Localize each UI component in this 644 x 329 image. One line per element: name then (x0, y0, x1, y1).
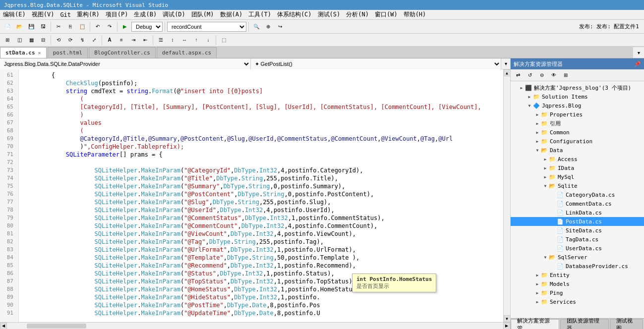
tree-categorydata[interactable]: ▶ 📄 CategoryData.cs (511, 190, 644, 199)
tab-posthtml[interactable]: post.html (48, 47, 88, 58)
step-btn[interactable]: ↪ (275, 21, 286, 32)
tree-config[interactable]: ▶ 📁 Configuration (511, 137, 644, 146)
function-dropdown[interactable]: recordCount (167, 22, 246, 32)
tree-solution-items[interactable]: ▶ 📁 Solution Items (511, 92, 644, 101)
menu-item-data[interactable]: 数据(A) (217, 10, 246, 19)
idata-arrow[interactable]: ▶ (542, 165, 548, 171)
tree-properties[interactable]: ▶ 📁 Properties (511, 110, 644, 119)
copy-btn[interactable]: ⎘ (65, 21, 76, 32)
config-arrow[interactable]: ▶ (534, 138, 540, 144)
tree-common[interactable]: ▶ 📁 Common (511, 128, 644, 137)
tb2-btn5[interactable]: ⟲ (53, 35, 64, 46)
tb2-btn2[interactable]: ◫ (14, 35, 25, 46)
open-btn[interactable]: 📂 (14, 21, 25, 32)
data-arrow[interactable]: ▼ (534, 147, 540, 153)
entity-arrow[interactable]: ▶ (534, 272, 540, 278)
bottom-tab-solution[interactable]: 解决方案资源管 (511, 319, 559, 329)
tb2-btn13[interactable]: ☰ (155, 35, 166, 46)
tree-dbprovider[interactable]: ▶ 📄 DatabaseProvider.cs (511, 262, 644, 271)
tree-userdata[interactable]: ▶ 📄 UserData.cs (511, 244, 644, 253)
tree-models[interactable]: ▶ 📁 Models (511, 279, 644, 288)
method-selector[interactable]: ✦ GetPostList() (251, 58, 502, 69)
menu-item-refactor[interactable]: 重构(R) (74, 10, 103, 19)
menu-item-help[interactable]: 帮助(H) (401, 10, 429, 19)
attach-btn[interactable]: ⊕ (263, 21, 274, 32)
access-arrow[interactable]: ▶ (542, 156, 548, 162)
sqlserver-arrow[interactable]: ▼ (542, 254, 548, 260)
scroll-up-arrow[interactable]: ▲ (504, 69, 511, 76)
se-show-all-btn[interactable]: 👁 (548, 70, 559, 81)
tb2-btn4[interactable]: ⊟ (38, 35, 49, 46)
se-pin-btn[interactable]: 📌 (634, 61, 641, 67)
tb2-btn3[interactable]: ▦ (26, 35, 37, 46)
services-arrow[interactable]: ▶ (534, 299, 540, 305)
redo-btn[interactable]: ↷ (104, 21, 115, 32)
tree-services[interactable]: ▶ 📁 Services (511, 297, 644, 306)
menu-item-arch[interactable]: 体系结构(C) (274, 10, 315, 19)
debug-mode-dropdown[interactable]: Debug (131, 22, 163, 32)
tb2-btn15[interactable]: ↔ (179, 35, 190, 46)
models-arrow[interactable]: ▶ (534, 281, 540, 287)
menu-item-edit[interactable]: 编辑(E) (0, 10, 29, 19)
ref-arrow[interactable]: ▶ (534, 120, 540, 126)
tab-dropdown-btn[interactable]: ▾ (633, 47, 644, 58)
bottom-tab-team[interactable]: 团队资源管理器 (560, 319, 609, 329)
properties-arrow[interactable]: ▶ (534, 111, 540, 117)
se-sync-btn[interactable]: ⇄ (513, 70, 524, 81)
menu-item-view[interactable]: 视图(V) (29, 10, 58, 19)
tb2-btn16[interactable]: ↑ (191, 35, 202, 46)
tab-blogcontroller[interactable]: BlogController.cs (89, 47, 156, 58)
tree-ref[interactable]: ▶ 📁 引用 (511, 119, 644, 128)
find-btn[interactable]: 🔍 (251, 21, 262, 32)
ping-arrow[interactable]: ▶ (534, 290, 540, 296)
common-arrow[interactable]: ▶ (534, 129, 540, 135)
menu-item-tools[interactable]: 工具(T) (245, 10, 274, 19)
tb2-btn8[interactable]: ⤢ (89, 35, 100, 46)
scroll-down-arrow[interactable]: ▼ (504, 315, 511, 322)
tree-root-arrow[interactable]: ▶ (519, 85, 525, 91)
menu-item-build[interactable]: 生成(B) (131, 10, 160, 19)
tree-postdata[interactable]: ▶ 📄 PostData.cs (511, 217, 644, 226)
tree-jqpress-blog[interactable]: ▼ 🔷 Jqpress.Blog (511, 101, 644, 110)
tb2-btn12[interactable]: ⇤ (140, 35, 151, 46)
paste-btn[interactable]: 📋 (77, 21, 88, 32)
cut-btn[interactable]: ✂ (53, 21, 64, 32)
save-btn[interactable]: 💾 (26, 21, 37, 32)
tb2-btn11[interactable]: ⇥ (128, 35, 139, 46)
tree-root[interactable]: ▶ ⬛ 解决方案'Jqpress_blog'(3 个项目) (511, 83, 644, 92)
new-file-btn[interactable]: 📄 (2, 21, 13, 32)
tab-stdata[interactable]: stData.cs ✕ (0, 47, 47, 58)
tree-linkdata[interactable]: ▶ 📄 LinkData.cs (511, 208, 644, 217)
save-all-btn[interactable]: 🖫 (38, 21, 49, 32)
tab-defaultaspx[interactable]: default.aspx.cs (157, 47, 217, 58)
undo-btn[interactable]: ↶ (92, 21, 103, 32)
tree-mysql[interactable]: ▶ 📁 MySql (511, 172, 644, 181)
mysql-arrow[interactable]: ▶ (542, 174, 548, 180)
tab-stdata-close[interactable]: ✕ (38, 50, 41, 55)
menu-item-debug[interactable]: 调试(D) (160, 10, 188, 19)
tb2-btn17[interactable]: ↓ (203, 35, 214, 46)
tb2-btn18[interactable]: ⬚ (218, 35, 229, 46)
code-content[interactable]: 6162636465 6667686970 7172737475 7677787… (0, 69, 510, 322)
class-selector[interactable]: Jqpress.Blog.Data.SQLite.DataProvider (0, 58, 251, 69)
expand-methods-btn[interactable]: ▾ (501, 58, 510, 68)
h-scroll-left[interactable]: ◀ (0, 323, 7, 329)
menu-item-team[interactable]: 团队(M) (188, 10, 217, 19)
tb2-btn9[interactable]: A (104, 35, 115, 46)
horizontal-scrollbar[interactable]: ◀ ▶ (0, 322, 510, 329)
sqlite-arrow[interactable]: ▼ (542, 183, 548, 189)
tb2-btn6[interactable]: ⟳ (65, 35, 76, 46)
tree-commentdata[interactable]: ▶ 📄 CommentData.cs (511, 199, 644, 208)
tree-ping[interactable]: ▶ 📁 Ping (511, 288, 644, 297)
tb2-btn7[interactable]: ↯ (77, 35, 88, 46)
menu-item-analyze[interactable]: 分析(N) (343, 10, 372, 19)
tree-idata[interactable]: ▶ 📁 IData (511, 164, 644, 172)
tb2-btn1[interactable]: ⊞ (2, 35, 13, 46)
tree-sitedata[interactable]: ▶ 📄 SiteData.cs (511, 226, 644, 235)
h-scroll-thumb[interactable] (27, 324, 86, 329)
menu-item-project[interactable]: 项目(P) (103, 10, 131, 19)
menu-item-git[interactable]: Git (57, 11, 74, 18)
se-refresh-btn[interactable]: ↺ (525, 70, 535, 81)
tb2-btn14[interactable]: ↕ (167, 35, 178, 46)
tree-access[interactable]: ▶ 📁 Access (511, 155, 644, 164)
